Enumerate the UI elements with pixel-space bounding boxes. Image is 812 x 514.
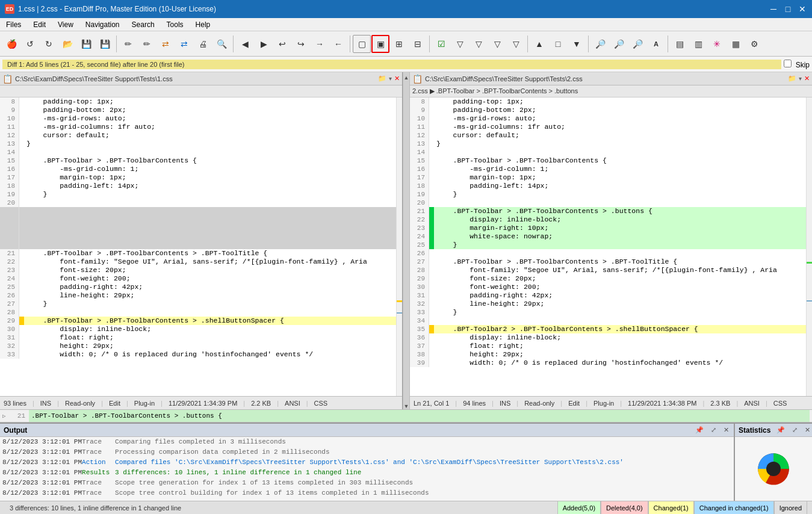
toolbar-save2-button[interactable]: 💾 (96, 35, 114, 53)
toolbar-up-button[interactable]: ▲ (530, 35, 548, 53)
line-content: font-size: 20px; (434, 274, 806, 283)
output-content[interactable]: 8/12/2023 3:12:01 PM Trace Comparing fil… (0, 437, 734, 501)
toolbar-next-button[interactable]: ▶ (255, 35, 273, 53)
output-pin-button[interactable]: 📌 (694, 426, 705, 434)
toolbar-square-button[interactable]: □ (549, 35, 567, 53)
toolbar-left-button[interactable]: ← (329, 35, 347, 53)
table-row: 17 margin-top: 1px; (0, 173, 396, 182)
line-number (0, 207, 19, 215)
menu-item-help[interactable]: Help (190, 18, 217, 31)
left-minimap[interactable] (396, 98, 402, 396)
toolbar-view2-button[interactable]: ▣ (371, 35, 389, 53)
right-file-header: 📋 C:\Src\ExamDiff\Specs\TreeSitter Suppo… (410, 72, 812, 85)
left-file-header: 📋 C:\Src\ExamDiff\Specs\TreeSitter Suppo… (0, 72, 402, 85)
sync-arrow-down[interactable]: ▼ (404, 403, 409, 409)
line-number: 19 (410, 190, 429, 199)
toolbar-undo-button[interactable]: ↩ (273, 35, 291, 53)
toolbar-edit2-button[interactable]: ✏ (138, 35, 156, 53)
right-status-bar: Ln 21, Col 1 | 94 lines | INS | Read-onl… (410, 396, 812, 409)
output-maximize-button[interactable]: ⤢ (710, 426, 717, 434)
close-button[interactable]: ✕ (798, 4, 807, 14)
menu-item-search[interactable]: Search (126, 18, 161, 31)
line-number: 27 (0, 300, 19, 308)
right-status-encoding: ANSI (744, 400, 760, 407)
right-breadcrumb-text: 2.css ▶ .BPT-Toolbar > .BPT-ToolbarConte… (412, 87, 578, 95)
toolbar-search2-button[interactable]: 🔎 (610, 35, 628, 53)
right-status-readonly: Read-only (524, 400, 554, 407)
toolbar-swap2-button[interactable]: ⇄ (175, 35, 193, 53)
menu-item-edit[interactable]: Edit (27, 18, 52, 31)
line-marker (19, 131, 24, 140)
toolbar-view1-button[interactable]: ▢ (353, 35, 371, 53)
menu-item-files[interactable]: Files (0, 18, 27, 31)
table-row: 28 (0, 308, 396, 317)
right-header-btn1[interactable]: 📁 (788, 75, 796, 82)
menu-item-tools[interactable]: Tools (161, 18, 190, 31)
right-header-close[interactable]: ✕ (804, 75, 810, 82)
line-number: 25 (410, 241, 429, 249)
toolbar-filter1-button[interactable]: ▽ (451, 35, 469, 53)
table-row: 15 .BPT-Toolbar > .BPT-ToolbarContents { (0, 156, 396, 165)
line-number: 14 (410, 148, 429, 156)
table-row: 28 font-family: "Segoe UI", Arial, sans-… (410, 266, 806, 274)
line-content (434, 249, 806, 258)
main-area: 📋 C:\Src\ExamDiff\Specs\TreeSitter Suppo… (0, 72, 812, 514)
toolbar-search3-button[interactable]: 🔎 (628, 35, 646, 53)
left-code-area[interactable]: 8 padding-top: 1px;9 padding-bottom: 2px… (0, 98, 402, 396)
stat-maximize-button[interactable]: ⤢ (791, 426, 799, 434)
stat-pin-button[interactable]: 📌 (775, 426, 786, 434)
left-status-ins: INS (40, 400, 51, 407)
toolbar-zoom-button[interactable]: 🔍 (212, 35, 231, 53)
toolbar-star-button[interactable]: ✳ (708, 35, 726, 53)
toolbar-forward-button[interactable]: ↻ (40, 35, 58, 53)
skip-checkbox[interactable] (784, 60, 792, 67)
toolbar-right-button[interactable]: → (311, 35, 329, 53)
table-row: 32 line-height: 29px; (410, 300, 806, 308)
toolbar-layout1-button[interactable]: ▤ (671, 35, 689, 53)
line-marker (19, 199, 24, 207)
toolbar-save-button[interactable]: 💾 (77, 35, 95, 53)
table-row: 22 font-family: "Segoe UI", Arial, sans-… (0, 258, 396, 266)
toolbar-settings-button[interactable]: ⚙ (745, 35, 763, 53)
line-marker (429, 182, 434, 190)
toolbar-layout3-button[interactable]: ▦ (727, 35, 745, 53)
toolbar-search1-button[interactable]: 🔎 (591, 35, 609, 53)
right-code-area[interactable]: 8 padding-top: 1px;9 padding-bottom: 2px… (410, 98, 812, 396)
line-number: 13 (0, 140, 19, 148)
toolbar-edit-button[interactable]: ✏ (119, 35, 137, 53)
menu-item-view[interactable]: View (52, 18, 79, 31)
toolbar-font-button[interactable]: A (647, 35, 665, 53)
toolbar-open-button[interactable]: 📂 (58, 35, 76, 53)
line-marker (429, 165, 434, 173)
left-header-close[interactable]: ✕ (394, 75, 400, 82)
toolbar-home-button[interactable]: 🍎 (2, 35, 20, 53)
toolbar-down-button[interactable]: ▼ (568, 35, 586, 53)
output-close-button[interactable]: ✕ (722, 426, 730, 434)
toolbar-back-button[interactable]: ↺ (21, 35, 39, 53)
toolbar-swap-button[interactable]: ⇄ (157, 35, 175, 53)
toolbar-prev-button[interactable]: ◀ (236, 35, 254, 53)
toolbar-filter3-button[interactable]: ▽ (488, 35, 506, 53)
left-header-btn1[interactable]: 📁 (378, 75, 386, 82)
table-row: 30 display: inline-block; (0, 325, 396, 333)
line-content (24, 232, 396, 241)
toolbar-print-button[interactable]: 🖨 (194, 35, 212, 53)
toolbar: 🍎 ↺ ↻ 📂 💾 💾 ✏ ✏ ⇄ ⇄ 🖨 🔍 ◀ ▶ ↩ ↪ → ← ▢ ▣ … (0, 31, 812, 57)
toolbar-check-button[interactable]: ☑ (432, 35, 450, 53)
toolbar-filter2-button[interactable]: ▽ (470, 35, 488, 53)
line-marker (429, 207, 434, 215)
toolbar-redo-button[interactable]: ↪ (292, 35, 310, 53)
toolbar-layout2-button[interactable]: ▥ (689, 35, 707, 53)
menu-item-navigation[interactable]: Navigation (79, 18, 126, 31)
minimize-button[interactable]: ─ (769, 4, 778, 14)
table-row: 15 .BPT-Toolbar > .BPT-ToolbarContents { (410, 156, 806, 165)
maximize-button[interactable]: □ (783, 4, 793, 14)
right-minimap[interactable] (806, 98, 812, 396)
toolbar-view3-button[interactable]: ⊞ (390, 35, 408, 53)
sync-arrow-up[interactable]: ▲ (404, 75, 409, 81)
toolbar-view4-button[interactable]: ⊟ (409, 35, 427, 53)
line-number: 13 (410, 140, 429, 148)
line-number: 8 (410, 98, 429, 106)
stat-close-button[interactable]: ✕ (804, 426, 811, 434)
toolbar-filter4-button[interactable]: ▽ (507, 35, 525, 53)
